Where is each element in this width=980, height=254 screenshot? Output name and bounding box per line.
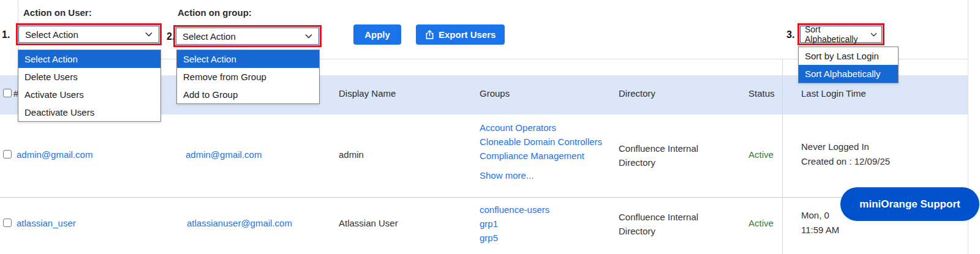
username-link[interactable]: admin@gmail.com xyxy=(17,149,92,160)
miniorange-support-button[interactable]: miniOrange Support xyxy=(840,187,979,221)
group-action-select-highlight: Select Action xyxy=(173,25,322,47)
show-more-link[interactable]: Show more... xyxy=(480,168,602,182)
group-action-dropdown-list: Select Action Remove from Group Add to G… xyxy=(176,50,320,104)
last-login-line2: 11:59 AM xyxy=(801,225,839,235)
select-all-checkbox[interactable] xyxy=(3,89,12,97)
group-link[interactable]: grp5 xyxy=(480,231,549,245)
user-action-select[interactable]: Select Action xyxy=(18,26,159,43)
directory-cell: Confluence Internal Directory xyxy=(619,141,720,170)
header-last-login: Last Login Time xyxy=(801,88,866,99)
email-link[interactable]: admin@gmail.com xyxy=(186,149,262,160)
sort-select[interactable]: Sort Alphabetically xyxy=(800,26,882,43)
user-action-option[interactable]: Delete Users xyxy=(18,68,160,86)
user-action-option[interactable]: Activate Users xyxy=(18,86,160,103)
chevron-down-icon xyxy=(870,32,877,37)
user-management-page: Action on User: Action on group: 1. 2. 3… xyxy=(0,0,980,254)
sort-option[interactable]: Sort Alphabetically xyxy=(799,65,898,83)
chevron-down-icon xyxy=(145,32,153,37)
status-badge: Active xyxy=(748,149,774,160)
status-badge: Active xyxy=(748,218,774,228)
groups-cell: Account Operators Cloneable Domain Contr… xyxy=(480,121,602,182)
display-name-cell: admin xyxy=(339,149,364,160)
action-on-group-label: Action on group: xyxy=(178,7,252,18)
apply-button[interactable]: Apply xyxy=(353,24,401,45)
header-display-name: Display Name xyxy=(339,88,396,99)
last-login-line1: Never Logged In xyxy=(801,141,869,152)
export-users-button[interactable]: Export Users xyxy=(416,24,505,45)
export-icon xyxy=(425,30,434,40)
group-link[interactable]: confluence-users xyxy=(480,203,549,217)
row-checkbox[interactable] xyxy=(3,150,12,159)
username-link[interactable]: atlassian_user xyxy=(17,218,76,228)
last-login-line1: Mon, 0 xyxy=(801,210,829,220)
user-action-select-highlight: Select Action xyxy=(16,23,162,45)
header-status: Status xyxy=(748,88,775,99)
miniorange-support-label: miniOrange Support xyxy=(859,198,960,211)
group-action-option[interactable]: Select Action xyxy=(177,50,319,68)
row-checkbox[interactable] xyxy=(3,219,12,227)
action-on-user-label: Action on User: xyxy=(23,7,92,18)
sort-selected-value: Sort Alphabetically xyxy=(805,24,867,44)
export-users-label: Export Users xyxy=(439,29,496,40)
display-name-cell: Atlassian User xyxy=(339,218,398,228)
group-action-option[interactable]: Add to Group xyxy=(177,86,319,103)
annotation-step-1: 1. xyxy=(2,29,10,40)
row-divider xyxy=(0,197,968,198)
sort-dropdown-list: Sort by Last Login Sort Alphabetically xyxy=(798,47,899,83)
email-link[interactable]: atlassianuser@gmail.com xyxy=(187,218,292,228)
table-right-border xyxy=(968,59,968,254)
group-link[interactable]: grp1 xyxy=(480,217,549,231)
user-action-option[interactable]: Deactivate Users xyxy=(18,103,160,121)
header-groups: Groups xyxy=(480,88,510,99)
groups-cell: confluence-users grp1 grp5 xyxy=(480,203,549,245)
annotation-step-3: 3. xyxy=(786,29,794,40)
user-action-dropdown-list: Select Action Delete Users Activate User… xyxy=(18,50,161,122)
chevron-down-icon xyxy=(305,34,312,39)
group-link[interactable]: Cloneable Domain Controllers xyxy=(480,135,602,149)
user-action-selected-value: Select Action xyxy=(25,29,78,40)
group-link[interactable]: Compliance Management xyxy=(480,149,602,163)
group-action-selected-value: Select Action xyxy=(183,31,236,42)
group-action-select[interactable]: Select Action xyxy=(176,28,319,45)
header-directory: Directory xyxy=(619,88,655,99)
last-login-line2: Created on : 12/09/25 xyxy=(801,156,890,166)
directory-cell: Confluence Internal Directory xyxy=(619,210,720,238)
sort-select-highlight: Sort Alphabetically xyxy=(797,23,884,45)
sort-option[interactable]: Sort by Last Login xyxy=(799,47,898,65)
group-action-option[interactable]: Remove from Group xyxy=(177,68,319,86)
user-action-option[interactable]: Select Action xyxy=(18,50,160,68)
group-link[interactable]: Account Operators xyxy=(480,121,602,135)
column-separator xyxy=(782,59,783,254)
